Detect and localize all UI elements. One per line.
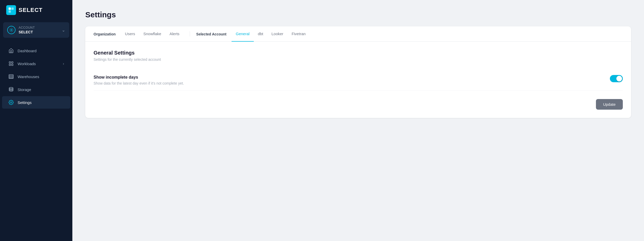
- svg-rect-6: [9, 64, 11, 66]
- main-content: Settings Organization Users Snowflake Al…: [72, 0, 644, 241]
- settings-card: Organization Users Snowflake Alerts Sele…: [85, 26, 631, 118]
- sidebar-settings-label: Settings: [18, 100, 64, 105]
- sidebar-warehouses-label: Warehouses: [18, 74, 64, 79]
- sidebar-item-dashboard[interactable]: Dashboard: [2, 44, 70, 57]
- tab-looker[interactable]: Looker: [267, 26, 288, 42]
- general-settings-description: Settings for the currently selected acco…: [94, 57, 623, 62]
- tab-general[interactable]: General: [232, 26, 254, 42]
- svg-point-3: [11, 29, 12, 31]
- setting-row-show-incomplete-days: Show incomplete days Show data for the l…: [94, 70, 623, 91]
- account-name: SELECT: [19, 30, 59, 34]
- tab-dbt[interactable]: dbt: [254, 26, 267, 42]
- storage-icon: [8, 87, 14, 92]
- logo: SELECT: [0, 0, 72, 20]
- account-label: Account: [19, 26, 59, 29]
- sidebar-item-settings[interactable]: Settings: [2, 96, 70, 109]
- sidebar-workloads-label: Workloads: [18, 62, 59, 66]
- account-icon: [7, 26, 16, 34]
- settings-body: General Settings Settings for the curren…: [85, 42, 631, 118]
- toggle-wrapper: [610, 75, 623, 82]
- sidebar: SELECT Account SELECT ⌄ Dashboard: [0, 0, 72, 241]
- account-chevron-icon: ⌄: [62, 28, 65, 33]
- sidebar-storage-label: Storage: [18, 87, 64, 92]
- account-selector[interactable]: Account SELECT ⌄: [3, 22, 69, 38]
- organization-tab-group: Organization Users Snowflake Alerts: [94, 26, 183, 41]
- workloads-chevron-icon: ›: [63, 62, 64, 66]
- account-tab-group: Selected Account General dbt Looker Five…: [196, 26, 310, 41]
- setting-name: Show incomplete days: [94, 75, 184, 80]
- svg-point-13: [11, 102, 12, 103]
- update-row: Update: [94, 91, 623, 110]
- sidebar-item-storage[interactable]: Storage: [2, 83, 70, 96]
- dashboard-icon: [8, 48, 14, 54]
- svg-rect-7: [12, 64, 13, 66]
- warehouses-icon: [8, 74, 14, 79]
- svg-point-12: [9, 87, 13, 89]
- settings-icon: [8, 100, 14, 105]
- page-title: Settings: [85, 10, 631, 19]
- tab-users[interactable]: Users: [121, 26, 139, 42]
- svg-rect-2: [9, 10, 11, 13]
- svg-rect-5: [12, 62, 13, 63]
- svg-rect-4: [9, 62, 11, 63]
- tab-divider: [190, 31, 190, 36]
- account-group-label: Selected Account: [196, 27, 226, 41]
- sidebar-item-warehouses[interactable]: Warehouses: [2, 70, 70, 83]
- update-button[interactable]: Update: [596, 99, 623, 110]
- app-name: SELECT: [19, 7, 43, 13]
- setting-info: Show incomplete days Show data for the l…: [94, 75, 184, 85]
- workloads-icon: [8, 61, 14, 66]
- account-info: Account SELECT: [19, 26, 59, 34]
- sidebar-dashboard-label: Dashboard: [18, 49, 64, 53]
- show-incomplete-days-toggle[interactable]: [610, 75, 623, 82]
- toggle-track: [610, 75, 623, 82]
- general-settings-title: General Settings: [94, 50, 623, 56]
- tab-fivetran[interactable]: Fivetran: [287, 26, 310, 42]
- tab-alerts[interactable]: Alerts: [165, 26, 183, 42]
- setting-detail: Show data for the latest day even if it'…: [94, 81, 184, 85]
- svg-rect-0: [9, 7, 11, 10]
- tab-snowflake[interactable]: Snowflake: [139, 26, 165, 42]
- organization-group-label: Organization: [94, 27, 116, 41]
- tabs-section: Organization Users Snowflake Alerts Sele…: [85, 26, 631, 42]
- sidebar-nav: Dashboard Workloads ›: [0, 40, 72, 241]
- sidebar-item-workloads[interactable]: Workloads ›: [2, 57, 70, 70]
- toggle-thumb: [616, 76, 622, 81]
- svg-rect-1: [11, 7, 14, 10]
- logo-icon: [6, 5, 16, 15]
